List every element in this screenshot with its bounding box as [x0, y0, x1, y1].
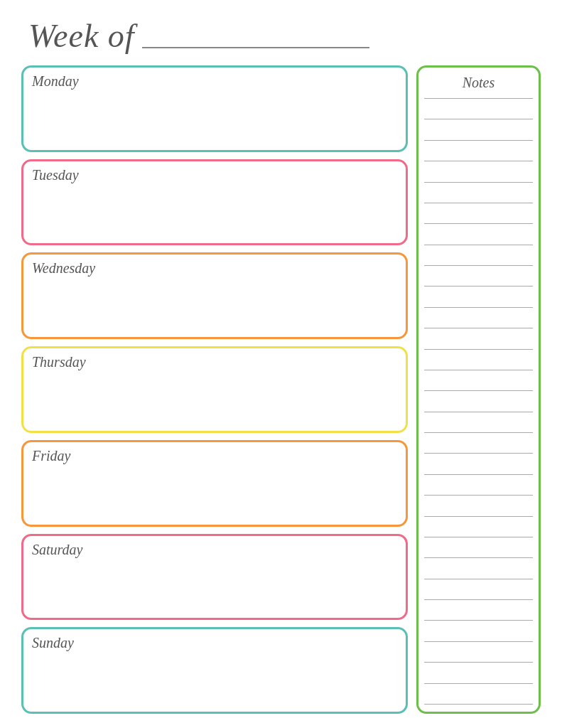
- notes-line: [424, 516, 533, 517]
- notes-line: [424, 620, 533, 621]
- notes-line: [424, 412, 533, 412]
- day-label-friday: Friday: [32, 448, 397, 464]
- notes-line: [424, 453, 533, 454]
- notes-line: [424, 223, 533, 224]
- notes-line: [424, 704, 533, 705]
- notes-line: [424, 349, 533, 350]
- day-box-tuesday[interactable]: Tuesday: [21, 159, 408, 246]
- notes-line: [424, 265, 533, 266]
- day-label-sunday: Sunday: [32, 635, 397, 651]
- notes-line: [424, 683, 533, 684]
- day-box-thursday[interactable]: Thursday: [21, 346, 408, 433]
- notes-line: [424, 161, 533, 161]
- weekly-planner-page: Week of Monday Tuesday Wednesday Thursda…: [0, 0, 562, 728]
- main-content: Monday Tuesday Wednesday Thursday Friday…: [21, 65, 541, 714]
- notes-column[interactable]: Notes: [416, 65, 541, 714]
- notes-line: [424, 537, 533, 537]
- day-box-wednesday[interactable]: Wednesday: [21, 252, 408, 339]
- days-column: Monday Tuesday Wednesday Thursday Friday…: [21, 65, 408, 714]
- header: Week of: [21, 20, 541, 53]
- notes-line: [424, 286, 533, 287]
- notes-line: [424, 474, 533, 475]
- day-box-monday[interactable]: Monday: [21, 65, 408, 152]
- notes-line: [424, 390, 533, 391]
- notes-line: [424, 495, 533, 496]
- notes-line: [424, 599, 533, 600]
- day-label-tuesday: Tuesday: [32, 167, 397, 183]
- page-title: Week of: [28, 20, 135, 53]
- notes-lines: [424, 98, 533, 705]
- week-of-line: [142, 47, 369, 48]
- notes-line: [424, 432, 533, 433]
- notes-line: [424, 641, 533, 642]
- notes-line: [424, 662, 533, 663]
- notes-line: [424, 98, 533, 99]
- day-label-saturday: Saturday: [32, 542, 397, 558]
- day-box-sunday[interactable]: Sunday: [21, 627, 408, 714]
- day-box-friday[interactable]: Friday: [21, 440, 408, 527]
- notes-line: [424, 203, 533, 203]
- notes-line: [424, 307, 533, 308]
- notes-line: [424, 140, 533, 141]
- day-label-thursday: Thursday: [32, 354, 397, 370]
- day-box-saturday[interactable]: Saturday: [21, 534, 408, 621]
- notes-title: Notes: [424, 75, 533, 91]
- notes-line: [424, 245, 533, 245]
- notes-line: [424, 370, 533, 370]
- notes-line: [424, 557, 533, 558]
- notes-line: [424, 182, 533, 183]
- notes-line: [424, 328, 533, 328]
- notes-line: [424, 579, 533, 579]
- day-label-monday: Monday: [32, 73, 397, 90]
- day-label-wednesday: Wednesday: [32, 260, 397, 277]
- notes-line: [424, 119, 533, 119]
